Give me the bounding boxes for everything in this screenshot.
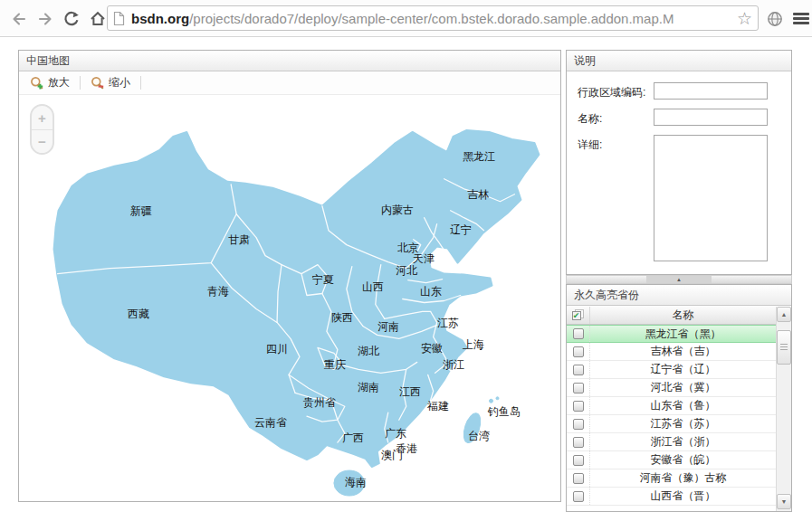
- table-row[interactable]: 辽宁省（辽）: [567, 361, 776, 379]
- province-label[interactable]: 宁夏: [312, 272, 334, 288]
- row-check-cell: [567, 415, 590, 432]
- splitter-collapse-handle[interactable]: ▲: [646, 276, 712, 283]
- province-name: 河南省（豫）古称: [590, 469, 776, 487]
- province-label[interactable]: 湖南: [358, 380, 379, 395]
- forward-icon[interactable]: [33, 6, 57, 31]
- row-check-cell: [567, 379, 590, 396]
- row-checkbox[interactable]: [573, 419, 584, 430]
- info-panel: 说明 行政区域编码: 名称: 详细:: [566, 50, 792, 275]
- diaoyu-island-shape[interactable]: [490, 399, 493, 403]
- mainland-china-shape[interactable]: [54, 130, 540, 467]
- row-checkbox[interactable]: [573, 346, 584, 357]
- province-label[interactable]: 重庆: [324, 357, 346, 373]
- name-label: 名称:: [578, 109, 654, 127]
- table-row[interactable]: 河北省（冀）: [567, 379, 776, 397]
- row-checkbox[interactable]: [573, 473, 584, 484]
- row-checkbox[interactable]: [573, 383, 584, 393]
- province-label[interactable]: 云南省: [254, 415, 287, 431]
- back-icon[interactable]: [6, 6, 31, 31]
- province-label[interactable]: 新疆: [130, 204, 152, 219]
- province-label[interactable]: 甘肃: [228, 232, 250, 248]
- region-code-input[interactable]: [654, 82, 768, 100]
- row-checkbox[interactable]: [573, 455, 584, 466]
- province-label[interactable]: 台湾: [468, 429, 490, 444]
- page-icon: [113, 11, 125, 26]
- row-checkbox[interactable]: [573, 437, 584, 448]
- browser-toolbar: bsdn.org/projects/dorado7/deploy/sample-…: [0, 0, 812, 37]
- province-label[interactable]: 河北: [396, 263, 417, 279]
- province-label[interactable]: 黑龙江: [463, 149, 495, 165]
- row-checkbox[interactable]: [573, 401, 584, 412]
- table-row[interactable]: 山东省（鲁）: [567, 397, 776, 415]
- province-label[interactable]: 内蒙古: [381, 203, 414, 218]
- table-row[interactable]: 江苏省（苏）: [567, 415, 776, 433]
- zoom-in-icon: [30, 76, 44, 90]
- menu-icon[interactable]: [788, 6, 812, 31]
- zoom-in-button[interactable]: 放大: [24, 73, 75, 92]
- check-all-header[interactable]: ✔: [567, 307, 590, 324]
- table-row[interactable]: 吉林省（吉）: [567, 343, 776, 361]
- bookmark-star-icon[interactable]: ☆: [737, 10, 752, 27]
- province-label[interactable]: 钓鱼岛: [488, 404, 521, 420]
- province-label[interactable]: 吉林: [467, 187, 489, 203]
- province-name: 河北省（冀）: [590, 379, 776, 396]
- globe-icon[interactable]: [762, 6, 787, 31]
- china-map-panel: 中国地图 放大 缩小 + −: [18, 50, 561, 502]
- province-label[interactable]: 澳门: [381, 448, 403, 463]
- home-icon[interactable]: [85, 6, 110, 31]
- province-label[interactable]: 上海: [463, 337, 484, 353]
- row-check-cell: [567, 488, 590, 505]
- map-zoom-out-button[interactable]: −: [32, 129, 53, 153]
- province-label[interactable]: 青海: [207, 284, 229, 299]
- province-label[interactable]: 辽宁: [450, 223, 472, 238]
- check-all-icon: ✔: [572, 309, 585, 321]
- province-label[interactable]: 安徽: [421, 341, 443, 356]
- row-checkbox[interactable]: [573, 328, 584, 339]
- row-check-cell: [567, 361, 590, 378]
- scroll-up-button[interactable]: ▲: [777, 307, 791, 322]
- province-label[interactable]: 西藏: [128, 307, 149, 322]
- zoom-out-button[interactable]: 缩小: [85, 73, 136, 92]
- province-label[interactable]: 广东: [385, 426, 406, 441]
- province-label[interactable]: 陕西: [331, 310, 353, 326]
- row-checkbox[interactable]: [573, 365, 584, 375]
- scrollbar-thumb[interactable]: [777, 330, 791, 365]
- table-row[interactable]: 山西省（晋）: [567, 488, 776, 506]
- province-label[interactable]: 江西: [399, 384, 421, 400]
- table-scrollbar[interactable]: ▲ ▼: [776, 307, 791, 511]
- table-row[interactable]: 河南省（豫）古称: [567, 469, 776, 488]
- province-label[interactable]: 河南: [377, 319, 399, 335]
- province-label[interactable]: 浙江: [443, 357, 464, 373]
- detail-label: 详细:: [578, 135, 654, 261]
- province-label[interactable]: 海南: [345, 475, 367, 490]
- panel-splitter[interactable]: ▲: [566, 275, 792, 284]
- province-label[interactable]: 湖北: [358, 344, 379, 359]
- diaoyu-island-shape[interactable]: [496, 397, 499, 400]
- map-canvas[interactable]: + −: [19, 95, 560, 501]
- table-row[interactable]: 安徽省（皖）: [567, 451, 776, 469]
- address-bar[interactable]: bsdn.org/projects/dorado7/deploy/sample-…: [107, 5, 759, 31]
- table-row[interactable]: 浙江省（浙）: [567, 433, 776, 451]
- province-label[interactable]: 山西: [362, 280, 384, 295]
- refresh-icon[interactable]: [59, 6, 83, 31]
- province-label[interactable]: 四川: [266, 342, 288, 357]
- name-input[interactable]: [654, 109, 768, 126]
- row-check-cell: [567, 343, 590, 360]
- row-checkbox[interactable]: [573, 491, 584, 502]
- url-host: bsdn.org: [131, 11, 189, 26]
- province-label[interactable]: 广西: [342, 431, 364, 446]
- map-zoom-in-button[interactable]: +: [32, 106, 53, 129]
- zoom-out-icon: [91, 76, 105, 90]
- region-code-label: 行政区域编码:: [578, 82, 654, 100]
- scroll-down-button[interactable]: ▼: [777, 494, 791, 509]
- province-label[interactable]: 江苏: [437, 316, 459, 331]
- row-check-cell: [567, 397, 590, 414]
- province-label[interactable]: 山东: [420, 284, 442, 299]
- info-panel-title: 说明: [567, 51, 791, 71]
- highlight-panel-title: 永久高亮省份: [567, 285, 791, 306]
- name-column-header[interactable]: 名称: [590, 307, 776, 324]
- province-label[interactable]: 福建: [427, 399, 449, 414]
- province-label[interactable]: 贵州省: [303, 395, 336, 411]
- table-row[interactable]: 黑龙江省（黑）: [567, 325, 776, 343]
- detail-textarea[interactable]: [654, 135, 768, 261]
